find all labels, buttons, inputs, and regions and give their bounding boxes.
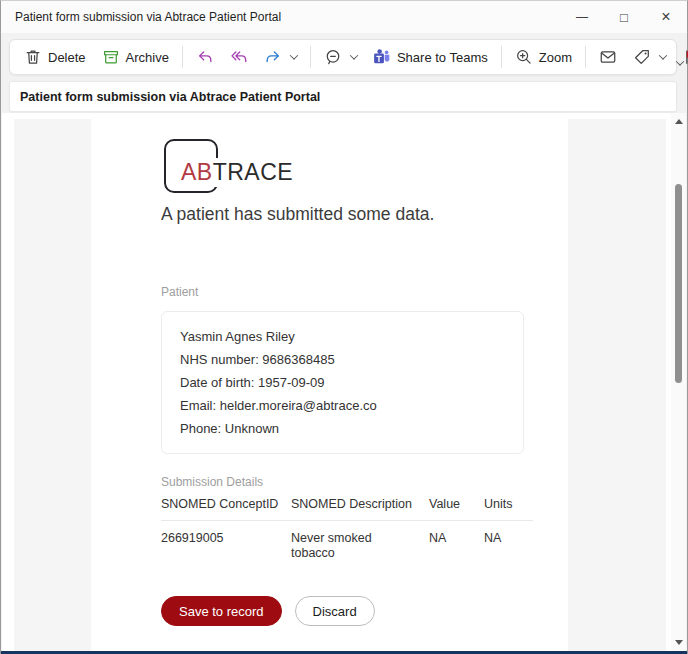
col-value: Value <box>429 497 484 511</box>
message-background: ABTRACE A patient has submitted some dat… <box>14 119 666 651</box>
table-row: 266919005 Never smoked tobacco NA NA <box>161 521 533 561</box>
zoom-button[interactable]: Zoom <box>507 43 580 71</box>
envelope-icon <box>599 48 617 66</box>
logo-ab: AB <box>181 159 213 185</box>
patient-card: Yasmin Agnes Riley NHS number: 968636848… <box>161 311 524 454</box>
reply-icon <box>196 48 214 66</box>
archive-icon <box>102 48 120 66</box>
cell-value: NA <box>429 531 484 561</box>
patient-phone: Phone: Unknown <box>180 417 505 440</box>
save-to-record-button[interactable]: Save to record <box>161 596 282 626</box>
share-to-teams-button[interactable]: Share to Teams <box>365 43 496 71</box>
scrollbar-thumb[interactable] <box>675 184 682 383</box>
teams-icon <box>373 48 391 66</box>
reply-all-button[interactable] <box>222 43 256 71</box>
tag-icon <box>633 48 651 66</box>
close-button[interactable]: × <box>645 1 687 33</box>
toolbar-divider <box>501 46 502 68</box>
categorize-button[interactable] <box>625 43 674 71</box>
abtrace-logo-text: ABTRACE <box>178 158 296 187</box>
mark-unread-button[interactable] <box>591 43 625 71</box>
forward-icon <box>264 48 282 66</box>
archive-label: Archive <box>126 50 169 65</box>
delete-button[interactable]: Delete <box>16 43 94 71</box>
forward-button[interactable] <box>256 43 305 71</box>
col-snomed-description: SNOMED Description <box>291 497 429 511</box>
reply-button[interactable] <box>188 43 222 71</box>
zoom-label: Zoom <box>539 50 572 65</box>
app-window: Patient form submission via Abtrace Pati… <box>0 0 688 654</box>
message-status-button[interactable] <box>316 43 365 71</box>
chevron-down-icon <box>290 51 298 59</box>
chevron-down-icon <box>350 51 358 59</box>
discard-button[interactable]: Discard <box>295 596 375 626</box>
maximize-button[interactable]: □ <box>603 1 645 33</box>
action-buttons: Save to record Discard <box>161 596 375 626</box>
delete-label: Delete <box>48 50 86 65</box>
patient-section-label: Patient <box>161 285 198 299</box>
submission-table: SNOMED ConceptID SNOMED Description Valu… <box>161 497 533 561</box>
email-heading: A patient has submitted some data. <box>161 204 434 225</box>
archive-button[interactable]: Archive <box>94 43 177 71</box>
email-body: ABTRACE A patient has submitted some dat… <box>91 119 568 651</box>
comment-icon <box>324 48 342 66</box>
chevron-down-icon <box>675 57 683 65</box>
scroll-down-arrow-icon[interactable] <box>675 640 683 645</box>
title-bar: Patient form submission via Abtrace Pati… <box>1 1 687 33</box>
window-controls: — □ × <box>561 1 687 33</box>
scrollbar[interactable] <box>671 113 686 651</box>
patient-email: Email: helder.moreira@abtrace.co <box>180 394 505 417</box>
cell-description: Never smoked tobacco <box>291 531 391 561</box>
col-units: Units <box>484 497 533 511</box>
toolbar-divider <box>310 46 311 68</box>
patient-dob: Date of birth: 1957-09-09 <box>180 371 505 394</box>
cell-units: NA <box>484 531 533 561</box>
trash-icon <box>24 48 42 66</box>
patient-name: Yasmin Agnes Riley <box>180 325 505 348</box>
patient-nhs-number: NHS number: 9686368485 <box>180 348 505 371</box>
subject-header: Patient form submission via Abtrace Pati… <box>9 81 677 112</box>
minimize-button[interactable]: — <box>561 1 603 33</box>
toolbar-overflow-button[interactable] <box>671 56 685 70</box>
window-title: Patient form submission via Abtrace Pati… <box>1 10 281 24</box>
col-snomed-conceptid: SNOMED ConceptID <box>161 497 291 511</box>
toolbar-divider <box>585 46 586 68</box>
cell-conceptid: 266919005 <box>161 531 291 561</box>
table-header-row: SNOMED ConceptID SNOMED Description Valu… <box>161 497 533 521</box>
chevron-down-icon <box>659 51 667 59</box>
toolbar: Delete Archive <box>9 39 677 75</box>
toolbar-divider <box>182 46 183 68</box>
zoom-magnifier-icon <box>515 48 533 66</box>
reply-all-icon <box>230 48 248 66</box>
reading-pane: ABTRACE A patient has submitted some dat… <box>2 113 686 651</box>
share-to-teams-label: Share to Teams <box>397 50 488 65</box>
logo-trace: TRACE <box>213 159 293 185</box>
subject-title: Patient form submission via Abtrace Pati… <box>20 90 320 104</box>
scroll-up-arrow-icon[interactable] <box>675 119 683 124</box>
submission-section-label: Submission Details <box>161 475 263 489</box>
